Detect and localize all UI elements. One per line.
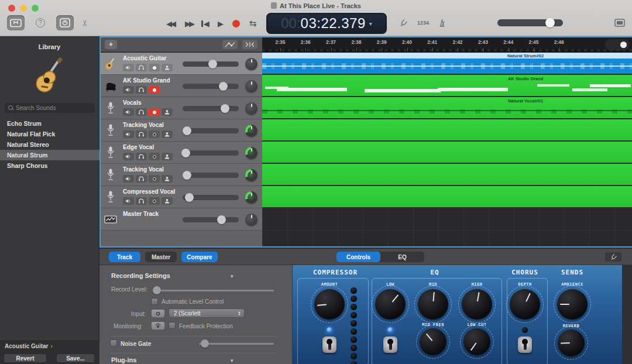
volume-knob[interactable] bbox=[221, 104, 229, 113]
tab-compare[interactable]: Compare bbox=[181, 252, 218, 262]
pan-knob[interactable] bbox=[245, 58, 257, 70]
track-name[interactable]: Compressed Vocal bbox=[123, 188, 175, 195]
track-lane[interactable]: Natural Vocal#01 bbox=[262, 97, 632, 119]
track-lane[interactable]: AK Studio Grand bbox=[262, 75, 632, 97]
lcd-chevron-icon[interactable]: ▾ bbox=[369, 20, 372, 27]
eq-lowcut-knob[interactable] bbox=[463, 328, 490, 355]
track-name[interactable]: Acoustic Guitar bbox=[123, 55, 166, 61]
volume-knob[interactable] bbox=[219, 82, 228, 91]
track-volume-slider[interactable] bbox=[183, 106, 239, 111]
track-lane[interactable] bbox=[262, 186, 632, 208]
editors-button[interactable]: ✂ bbox=[77, 15, 92, 30]
noise-gate-checkbox[interactable] bbox=[110, 339, 117, 346]
volume-slider-knob[interactable] bbox=[545, 18, 555, 28]
eq-midfreq-knob[interactable] bbox=[420, 328, 446, 355]
library-item[interactable]: Echo Strum bbox=[0, 118, 99, 129]
library-item[interactable]: Natural Stereo bbox=[0, 139, 99, 150]
region[interactable]: Natural Strum#02 bbox=[262, 53, 632, 74]
recording-settings-header[interactable]: Recording Settings bbox=[111, 272, 170, 279]
mute-button[interactable] bbox=[123, 197, 134, 205]
eq-switch[interactable] bbox=[383, 336, 397, 353]
track-lane[interactable] bbox=[262, 164, 632, 186]
stepper-icon[interactable]: ▲▼ bbox=[236, 310, 243, 317]
input-format-button[interactable]: O bbox=[151, 309, 165, 318]
input-monitoring-button[interactable] bbox=[162, 153, 173, 160]
zoom-slider-knob[interactable] bbox=[620, 42, 627, 48]
solo-button[interactable] bbox=[136, 64, 147, 71]
tab-track[interactable]: Track bbox=[109, 252, 140, 262]
tuner-button[interactable] bbox=[396, 15, 411, 30]
record-enable-button[interactable] bbox=[149, 153, 160, 160]
track-name[interactable]: AK Studio Grand bbox=[123, 77, 170, 84]
noise-gate-knob[interactable] bbox=[201, 339, 209, 348]
tab-controls[interactable]: Controls bbox=[336, 252, 380, 262]
cycle-button[interactable]: ⇆ bbox=[245, 16, 261, 31]
auto-level-checkbox[interactable] bbox=[151, 298, 158, 305]
track-volume-slider[interactable] bbox=[183, 61, 239, 67]
tab-eq[interactable]: EQ bbox=[380, 252, 424, 262]
solo-button[interactable] bbox=[136, 108, 147, 116]
mute-button[interactable] bbox=[123, 108, 134, 116]
patch-breadcrumb[interactable]: Acoustic Guitar› bbox=[5, 343, 53, 349]
record-enable-button[interactable] bbox=[149, 86, 160, 94]
track-header[interactable]: AK Studio Grand bbox=[101, 75, 262, 97]
count-in-button[interactable]: 1234 bbox=[413, 15, 433, 30]
automation-button[interactable] bbox=[222, 40, 238, 49]
display-mode-button[interactable] bbox=[611, 15, 628, 30]
chorus-switch[interactable] bbox=[518, 336, 532, 353]
record-level-slider[interactable] bbox=[153, 290, 274, 291]
ambience-knob[interactable] bbox=[557, 289, 588, 320]
track-lane[interactable] bbox=[262, 208, 632, 231]
mute-button[interactable] bbox=[123, 153, 134, 160]
region[interactable] bbox=[262, 164, 632, 185]
lcd-display[interactable]: 00:03:22.379▾ bbox=[266, 13, 387, 34]
input-monitoring-button[interactable] bbox=[162, 175, 173, 183]
tab-master[interactable]: Master bbox=[145, 252, 177, 262]
volume-knob[interactable] bbox=[185, 193, 194, 202]
pan-knob[interactable] bbox=[245, 80, 257, 92]
catch-playhead-button[interactable] bbox=[242, 40, 257, 49]
monitoring-button[interactable] bbox=[151, 321, 165, 330]
track-volume-slider[interactable] bbox=[183, 84, 239, 89]
timeline-ruler[interactable]: 2:352:362:372:382:392:402:412:422:432:44… bbox=[262, 37, 632, 52]
quick-help-button[interactable]: ? bbox=[33, 15, 48, 30]
eq-low-knob[interactable] bbox=[375, 289, 406, 320]
record-button[interactable] bbox=[228, 16, 243, 31]
volume-knob[interactable] bbox=[181, 149, 190, 157]
record-enable-button[interactable] bbox=[149, 64, 160, 71]
library-item[interactable]: Sharp Chorus bbox=[0, 160, 99, 171]
record-level-knob[interactable] bbox=[153, 286, 161, 294]
library-item[interactable]: Natural Strum bbox=[0, 150, 99, 160]
save-button[interactable]: Save... bbox=[56, 353, 95, 363]
go-to-beginning-button[interactable]: ◀ bbox=[198, 16, 213, 31]
track-lane[interactable]: Natural Strum#02 bbox=[262, 53, 632, 75]
record-enable-button[interactable] bbox=[149, 108, 160, 116]
pan-knob[interactable] bbox=[245, 214, 257, 226]
input-monitoring-button[interactable] bbox=[162, 64, 173, 71]
chevron-down-icon[interactable]: ▾ bbox=[231, 273, 233, 279]
mute-button[interactable] bbox=[123, 86, 134, 94]
track-header[interactable]: Tracking Vocal bbox=[101, 119, 262, 142]
reverb-knob[interactable] bbox=[558, 329, 585, 356]
master-volume-slider[interactable] bbox=[497, 19, 563, 26]
track-lane[interactable] bbox=[262, 119, 632, 142]
revert-button[interactable]: Revert bbox=[4, 353, 47, 363]
track-lane[interactable] bbox=[262, 142, 632, 164]
depth-knob[interactable] bbox=[510, 289, 540, 320]
track-header[interactable]: Vocals bbox=[101, 97, 262, 119]
track-volume-slider[interactable] bbox=[183, 173, 239, 178]
track-name[interactable]: Tracking Vocal bbox=[123, 122, 164, 128]
zoom-slider[interactable] bbox=[605, 39, 630, 50]
pan-knob[interactable] bbox=[245, 191, 257, 204]
track-name[interactable]: Edge Vocal bbox=[123, 144, 154, 150]
rewind-button[interactable]: ◀◀ bbox=[160, 16, 180, 31]
volume-knob[interactable] bbox=[183, 171, 191, 180]
inspector-tuner-button[interactable] bbox=[605, 252, 621, 262]
library-item[interactable]: Natural Flat Pick bbox=[0, 129, 99, 139]
solo-button[interactable] bbox=[136, 197, 147, 205]
volume-knob[interactable] bbox=[217, 215, 226, 224]
record-enable-button[interactable] bbox=[149, 197, 160, 205]
input-monitoring-button[interactable] bbox=[162, 131, 173, 138]
pan-knob[interactable] bbox=[245, 102, 257, 115]
record-enable-button[interactable] bbox=[149, 131, 160, 138]
